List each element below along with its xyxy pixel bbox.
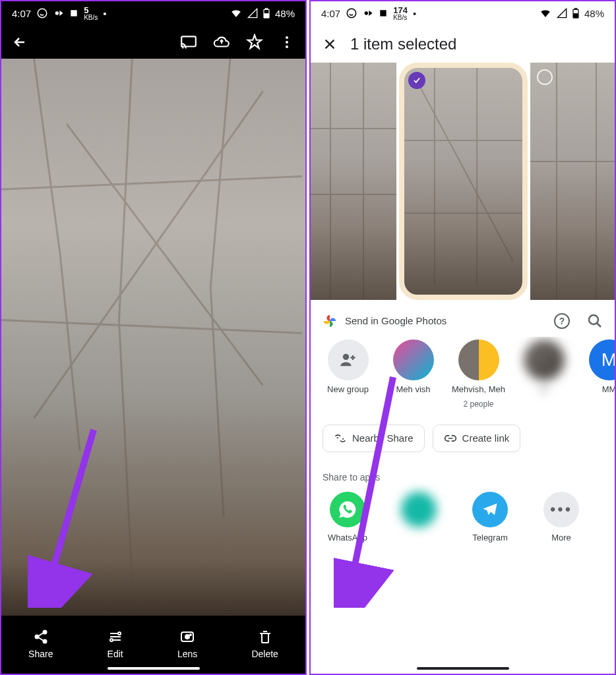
selected-check-icon [408, 72, 425, 89]
photo-viewport[interactable] [1, 59, 305, 616]
signal-icon [247, 8, 258, 18]
thumbnail[interactable] [311, 63, 396, 300]
battery-percent: 48% [584, 8, 604, 19]
whatsapp-app[interactable]: WhatsApp [325, 492, 370, 543]
app-blurred[interactable] [396, 492, 441, 543]
svg-point-19 [365, 12, 368, 15]
network-speed: 5KB/s [84, 7, 98, 20]
share-apps-label: Share to apps [311, 472, 615, 492]
create-link-button[interactable]: Create link [433, 425, 521, 452]
wifi-icon [539, 7, 551, 19]
svg-rect-2 [71, 11, 77, 16]
contact-item[interactable]: Mehvish, Meh 2 people [450, 339, 507, 409]
status-bar: 4:07 5KB/s • 48% [1, 1, 305, 26]
send-in-photos-row: Send in Google Photos ? [311, 300, 615, 337]
close-icon[interactable] [323, 37, 337, 51]
photo-viewer-screen: 4:07 5KB/s • 48% [0, 0, 307, 675]
wifi-icon [230, 7, 242, 19]
svg-rect-20 [381, 11, 386, 16]
status-bar: 4:07 174KB/s • 48% [311, 1, 615, 26]
svg-point-18 [347, 9, 356, 18]
notif-icon [53, 8, 64, 18]
svg-rect-4 [265, 9, 267, 10]
status-time: 4:07 [12, 8, 31, 19]
lens-button[interactable]: Lens [177, 629, 197, 659]
battery-icon [572, 8, 579, 18]
svg-rect-5 [264, 14, 268, 18]
telegram-icon [472, 492, 508, 527]
svg-point-14 [110, 639, 113, 641]
star-icon[interactable] [246, 34, 263, 51]
more-icon: ••• [543, 492, 579, 527]
network-speed: 174KB/s [393, 7, 408, 20]
share-chips: Nearby Share Create link [311, 425, 615, 472]
svg-point-7 [286, 36, 288, 39]
thumbnail-selected[interactable] [399, 63, 528, 300]
top-bar [1, 26, 305, 59]
svg-point-24 [589, 315, 598, 324]
edit-button[interactable]: Edit [108, 629, 123, 659]
svg-point-17 [190, 634, 191, 635]
contact-item[interactable]: M [516, 339, 572, 409]
home-indicator[interactable] [417, 667, 509, 670]
cast-icon[interactable] [180, 34, 197, 51]
contact-item[interactable]: M MM [581, 339, 615, 409]
apps-row: WhatsApp Telegram ••• More [311, 492, 615, 543]
new-group-button[interactable]: New group [320, 339, 376, 409]
whatsapp-notif-icon [346, 7, 357, 19]
cloud-upload-icon[interactable] [213, 34, 230, 51]
delete-button[interactable]: Delete [251, 629, 278, 659]
svg-rect-22 [574, 9, 576, 10]
more-apps-button[interactable]: ••• More [539, 492, 584, 543]
svg-point-8 [286, 41, 288, 44]
svg-point-25 [342, 353, 348, 359]
photo-strip[interactable] [311, 63, 615, 300]
telegram-app[interactable]: Telegram [468, 492, 512, 543]
google-photos-icon [323, 314, 337, 328]
selection-title: 1 item selected [350, 35, 456, 53]
contacts-row[interactable]: New group Meh vish Mehvish, Meh 2 people… [311, 337, 615, 425]
battery-percent: 48% [275, 8, 295, 19]
svg-point-13 [118, 632, 121, 635]
battery-icon [263, 8, 270, 18]
send-label: Send in Google Photos [345, 315, 546, 326]
status-time: 4:07 [321, 8, 340, 19]
box-icon [379, 9, 388, 18]
box-icon [69, 9, 78, 18]
bottom-action-bar: Share Edit Lens Delete [1, 616, 305, 667]
svg-point-9 [286, 45, 288, 48]
whatsapp-icon [330, 492, 365, 527]
search-icon[interactable] [587, 313, 603, 329]
signal-icon [557, 8, 567, 18]
svg-point-0 [38, 9, 47, 18]
home-indicator[interactable] [108, 667, 200, 670]
more-icon[interactable] [279, 34, 295, 50]
svg-rect-23 [574, 14, 578, 18]
svg-point-1 [55, 12, 59, 15]
nearby-share-button[interactable]: Nearby Share [323, 425, 425, 452]
svg-point-16 [185, 635, 189, 639]
share-button[interactable]: Share [28, 629, 53, 659]
selection-header: 1 item selected [311, 26, 615, 63]
back-icon[interactable] [12, 34, 28, 50]
help-icon[interactable]: ? [554, 313, 570, 329]
share-sheet-screen: 4:07 174KB/s • 48% 1 item selected [309, 0, 616, 675]
whatsapp-notif-icon [36, 7, 48, 19]
notif-icon [363, 8, 373, 18]
thumbnail[interactable] [530, 63, 616, 300]
contact-item[interactable]: Meh vish [385, 339, 441, 409]
